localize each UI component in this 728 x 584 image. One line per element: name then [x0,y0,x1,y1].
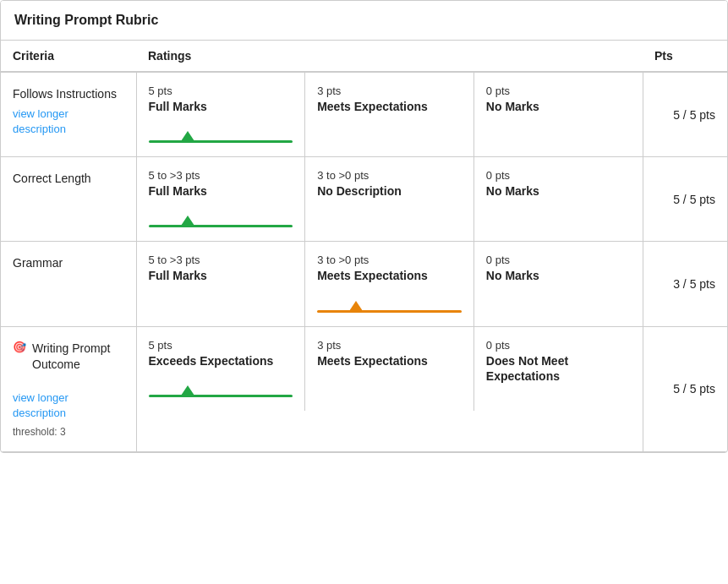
rating-pts: 0 pts [486,254,631,266]
rubric-body: Follows Instructionsview longer descript… [1,72,727,452]
pts-cell: 3 / 5 pts [643,242,727,326]
ratings-cell: 5 pts Exceeds Expectations 3 pts Meets E… [136,326,643,452]
criteria-cell: 🎯 Writing Prompt Outcome view longer des… [1,326,136,452]
criteria-label-with-icon: 🎯 Writing Prompt Outcome [13,341,124,374]
rating-cell: 0 pts No Marks [474,157,643,241]
rating-label: Meets Expectations [317,268,462,283]
rating-pts: 5 to >3 pts [149,169,293,182]
slider [317,294,462,318]
rating-pts: 3 to >0 pts [317,169,462,182]
rating-cell: 3 pts Meets Expectations [305,73,474,156]
rating-pts: 3 to >0 pts [317,254,462,266]
criteria-name: Correct Length [13,172,91,185]
pts-header: Pts [643,41,727,72]
criteria-cell: Follows Instructionsview longer descript… [1,72,136,157]
rating-label: Full Marks [149,183,293,199]
rating-pts: 3 pts [317,85,462,97]
slider [149,124,293,148]
rating-cell: 3 to >0 pts No Description [305,157,474,241]
rating-cell: 5 pts Exceeds Expectations [137,327,306,411]
rating-cell: 3 to >0 pts Meets Expectations [305,242,474,325]
rating-pts: 5 to >3 pts [149,254,293,266]
criteria-header: Criteria [1,41,136,72]
table-row: Follows Instructionsview longer descript… [1,72,727,157]
rating-label: No Marks [486,183,631,199]
view-longer-link[interactable]: view longer description [13,390,124,421]
pts-cell: 5 / 5 pts [643,72,727,157]
criteria-cell: Grammar [1,242,136,326]
rubric-container: Writing Prompt Rubric Criteria Ratings P… [0,0,728,453]
table-row: Grammar5 to >3 pts Full Marks3 to >0 pts… [1,242,727,326]
rating-pts: 3 pts [317,339,462,352]
rating-label: No Marks [486,268,631,283]
rubric-title: Writing Prompt Rubric [1,1,727,41]
ratings-header: Ratings [136,41,643,72]
rating-pts: 5 pts [149,339,293,352]
criteria-name: Grammar [13,256,63,270]
table-header: Criteria Ratings Pts [1,41,727,72]
pts-cell: 5 / 5 pts [643,157,727,242]
rating-pts: 5 pts [149,85,293,97]
criteria-name: Follows Instructions [13,87,117,101]
rating-label: No Marks [486,99,631,114]
rating-cell: 5 to >3 pts Full Marks [137,242,306,325]
rating-cell: 3 pts Meets Expectations [305,327,474,411]
rating-label: Full Marks [149,99,293,114]
threshold-text: threshold: 3 [13,426,124,438]
rating-label: Does Not Meet Expectations [486,353,631,384]
slider-line [149,225,293,227]
ratings-cell: 5 to >3 pts Full Marks 3 to >0 pts No De… [136,157,643,242]
rating-pts: 0 pts [486,85,631,97]
slider [149,209,293,232]
ratings-cell: 5 to >3 pts Full Marks3 to >0 pts Meets … [136,242,643,326]
slider-marker [181,385,194,396]
rating-cell: 0 pts No Marks [474,73,643,156]
table-row: 🎯 Writing Prompt Outcome view longer des… [1,326,727,452]
rating-cell: 5 to >3 pts Full Marks [137,157,306,241]
rating-label: Meets Expectations [317,99,462,114]
rating-cell: 0 pts No Marks [474,242,643,325]
criteria-name: Writing Prompt Outcome [32,341,124,374]
rating-label: Full Marks [149,268,293,283]
slider-line [317,310,462,313]
rating-cell: 5 pts Full Marks [137,73,306,156]
rating-label: Meets Expectations [317,353,462,368]
rating-label: Exceeds Expectations [149,353,293,368]
rating-cell: 0 pts Does Not Meet Expectations [474,327,643,411]
criteria-cell: Correct Length [1,157,136,242]
slider-line [149,140,293,143]
view-longer-link[interactable]: view longer description [13,106,124,137]
rating-pts: 0 pts [486,169,631,182]
rating-label: No Description [317,183,462,199]
ratings-cell: 5 pts Full Marks 3 pts Meets Expectation… [136,72,643,157]
pts-cell: 5 / 5 pts [643,326,727,452]
slider-marker [349,301,363,311]
slider [149,379,293,402]
table-row: Correct Length5 to >3 pts Full Marks 3 t… [1,157,727,242]
rating-pts: 0 pts [486,339,631,352]
outcome-icon: 🎯 [13,341,26,353]
rubric-table: Criteria Ratings Pts Follows Instruction… [1,41,727,452]
slider-line [149,395,293,397]
